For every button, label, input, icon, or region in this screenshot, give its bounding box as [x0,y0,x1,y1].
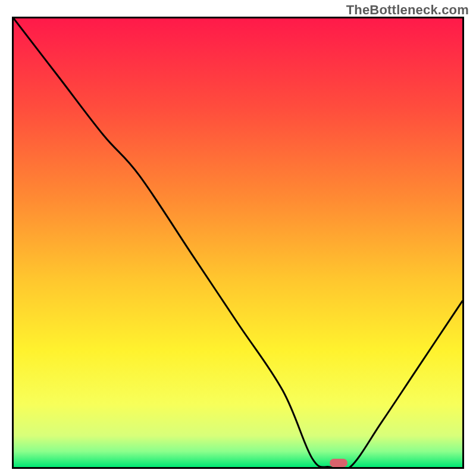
optimal-marker [330,459,347,467]
bottleneck-curve [14,18,462,467]
plot-area [12,17,464,469]
watermark-text: TheBottleneck.com [346,2,469,18]
chart-root: TheBottleneck.com [0,0,476,476]
